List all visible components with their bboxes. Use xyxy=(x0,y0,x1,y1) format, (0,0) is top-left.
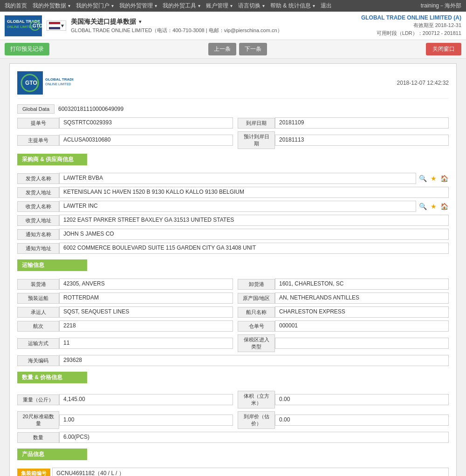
arrival-price-label: 到岸价（估价） xyxy=(238,411,275,429)
notify-name-value: JOHN S JAMES CO xyxy=(59,229,449,240)
weight-label: 重量（公斤） xyxy=(17,394,59,405)
global-data-value: 600320181110000649099 xyxy=(55,104,127,114)
bill-no-label: 提单号 xyxy=(17,118,59,129)
voyage-value: 2218 xyxy=(59,320,233,332)
product-section: 产品信息 集装箱编号 GCNU4691182（40 / L / ） 集装箱尺寸 … xyxy=(17,449,449,476)
bill-no-row: 提单号 SQSTRTC0029393 到岸日期 20181109 xyxy=(17,117,449,129)
notify-name-label: 通知方名称 xyxy=(17,229,59,240)
weight-value: 4,145.00 xyxy=(59,394,233,405)
origin-country-value: AN, NETHERLANDS ANTILLES xyxy=(275,292,449,304)
volume-value: 0.00 xyxy=(275,394,449,405)
carrier-label: 承运人 xyxy=(17,307,59,318)
header-right: GLOBAL TRADE ONLINE LIMITED (A) 有效期至 201… xyxy=(361,14,461,37)
loading-port-label: 装货港 xyxy=(17,279,59,290)
svg-text:ONLINE LIMITED: ONLINE LIMITED xyxy=(7,25,33,28)
shipper-name-row: 发货人名称 LAWTER BVBA 🔍 ★ 🏠 xyxy=(17,173,449,184)
buyer-supplier-section: 采购商 & 供应商信息 发货人名称 LAWTER BVBA 🔍 ★ 🏠 发货人地… xyxy=(17,154,449,254)
pre-carrier-label: 预装运船 xyxy=(17,293,59,304)
shipper-addr-value: KETENISLAAN 1C HAVEN 1520 B 9130 KALLO K… xyxy=(59,187,449,198)
container-id-label: 集装箱编号 xyxy=(17,469,50,476)
doc-header: GTO GLOBAL TRADE ONLINE LIMITED 2018-12-… xyxy=(17,71,449,99)
nav-trade-data[interactable]: 我的外贸数据 xyxy=(33,2,70,10)
svg-text:GLOBAL TRADE: GLOBAL TRADE xyxy=(45,77,73,82)
buyer-supplier-title: 采购商 & 供应商信息 xyxy=(17,154,87,165)
notify-addr-label: 通知方地址 xyxy=(17,243,59,254)
customs-code-value: 293628 xyxy=(59,355,449,366)
consignee-search-icon[interactable]: 🔍 xyxy=(418,202,427,211)
consignee-home-icon[interactable]: 🏠 xyxy=(439,202,449,211)
container-no-label: 仓单号 xyxy=(238,321,275,332)
close-button[interactable]: 关闭窗口 xyxy=(426,43,461,55)
top-nav: 我的首页 我的外贸数据 我的外贸门户 我的外贸管理 我的外贸工具 账户管理 语言… xyxy=(0,0,466,12)
container-20ft-value: 1.00 xyxy=(59,415,233,426)
carrier-row: 预装运船 ROTTERDAM 原产国/地区 AN, NETHERLANDS AN… xyxy=(17,292,449,304)
valid-until: 有效期至 2018-12-31 xyxy=(361,22,461,29)
flag-selector[interactable]: ▾ xyxy=(47,20,66,31)
doc-logo: GTO GLOBAL TRADE ONLINE LIMITED xyxy=(17,71,73,95)
bonded-value xyxy=(275,338,449,349)
nav-home[interactable]: 我的首页 xyxy=(5,2,27,10)
arrival-price-value: 0.00 xyxy=(275,415,449,426)
nav-account[interactable]: 账户管理 xyxy=(206,2,233,10)
document-card: GTO GLOBAL TRADE ONLINE LIMITED 2018-12-… xyxy=(9,63,457,476)
master-bill-row: 主提单号 ACLUSA00310680 预计到岸日期 20181113 xyxy=(17,131,449,149)
master-bill-value: ACLUSA00310680 xyxy=(59,135,233,146)
logo-box: GLOBAL TRADE ONLINE LIMITED GTO xyxy=(5,15,42,36)
product-title: 产品信息 xyxy=(17,449,87,460)
nav-logout[interactable]: 退出 xyxy=(321,2,332,10)
shipper-addr-row: 发货人地址 KETENISLAAN 1C HAVEN 1520 B 9130 K… xyxy=(17,187,449,198)
est-arrival-label: 预计到岸日期 xyxy=(238,131,275,149)
nav-language[interactable]: 语言切换 xyxy=(238,2,265,10)
search-icon[interactable]: 🔍 xyxy=(418,174,427,183)
svg-text:GTO: GTO xyxy=(25,80,37,86)
doc-datetime: 2018-12-07 12:42:32 xyxy=(397,80,449,86)
carrier-value: SQST, SEAQUEST LINES xyxy=(59,306,233,318)
transport-mode-label: 运输方式 xyxy=(17,338,59,349)
notify-addr-value: 6002 COMMERCE BOULEVARD SUITE 115 GARDEN… xyxy=(59,243,449,254)
next-button[interactable]: 下一条 xyxy=(239,43,267,55)
transport-mode-row: 运输方式 11 保税区进入类型 xyxy=(17,334,449,352)
main-content: GTO GLOBAL TRADE ONLINE LIMITED 2018-12-… xyxy=(0,59,466,476)
port-row: 装货港 42305, ANVERS 卸货港 1601, CHARLESTON, … xyxy=(17,279,449,290)
weight-volume-row: 重量（公斤） 4,145.00 体积（立方米） 0.00 xyxy=(17,391,449,408)
container-no-value: 000001 xyxy=(275,320,449,332)
company-name: GLOBAL TRADE ONLINE LIMITED (A) xyxy=(361,14,461,21)
vessel-row: 承运人 SQST, SEAQUEST LINES 船只名称 CHARLESTON… xyxy=(17,306,449,318)
print-log-button[interactable]: 打印预见记录 xyxy=(5,43,49,55)
discharge-port-value: 1601, CHARLESTON, SC xyxy=(275,279,449,290)
shipper-name-icons: 🔍 ★ 🏠 xyxy=(418,174,449,183)
vessel-value: CHARLESTON EXPRESS xyxy=(275,306,449,318)
pre-carrier-value: ROTTERDAM xyxy=(59,292,233,304)
page-title: 美国海关进口提单数据 ▾ xyxy=(71,18,282,26)
star-icon[interactable]: ★ xyxy=(429,174,438,183)
nav-tools[interactable]: 我的外贸工具 xyxy=(163,2,200,10)
customs-row: 海关编码 293628 xyxy=(17,355,449,366)
discharge-port-label: 卸货港 xyxy=(238,279,275,290)
top-toolbar: 打印预见记录 上一条 下一条 关闭窗口 xyxy=(0,40,466,59)
shipper-name-label: 发货人名称 xyxy=(17,173,59,184)
consignee-addr-row: 收货人地址 1202 EAST PARKER STREET BAXLEY GA … xyxy=(17,215,449,226)
consignee-addr-value: 1202 EAST PARKER STREET BAXLEY GA 31513 … xyxy=(59,215,449,226)
prev-button[interactable]: 上一条 xyxy=(208,43,236,55)
flag-icon xyxy=(49,22,60,29)
consignee-name-row: 收货人名称 LAWTER INC 🔍 ★ 🏠 xyxy=(17,201,449,212)
shipper-name-value: LAWTER BVBA xyxy=(59,173,416,184)
volume-label: 体积（立方米） xyxy=(238,391,275,408)
nav-help[interactable]: 帮助 & 统计信息 xyxy=(270,2,315,10)
notify-addr-row: 通知方地址 6002 COMMERCE BOULEVARD SUITE 115 … xyxy=(17,243,449,254)
consignee-name-label: 收货人名称 xyxy=(17,201,59,212)
svg-text:GTO: GTO xyxy=(33,23,42,28)
quantity-value: 6.00(PCS) xyxy=(59,432,449,443)
est-arrival-value: 20181113 xyxy=(275,135,449,146)
consignee-star-icon[interactable]: ★ xyxy=(429,202,438,211)
home-icon[interactable]: 🏠 xyxy=(439,174,449,183)
quantity-price-title: 数量 & 价格信息 xyxy=(17,372,87,383)
top-nav-user: training－海外部 xyxy=(421,2,461,10)
container-20ft-label: 20尺标准箱数量 xyxy=(17,411,59,429)
header-info: 美国海关进口提单数据 ▾ GLOBAL TRADE ONLINE LIMITED… xyxy=(71,18,282,34)
nav-portal[interactable]: 我的外贸门户 xyxy=(76,2,114,10)
shipper-addr-label: 发货人地址 xyxy=(17,187,59,198)
svg-text:ONLINE LIMITED: ONLINE LIMITED xyxy=(45,82,71,86)
nav-management[interactable]: 我的外贸管理 xyxy=(119,2,157,10)
transport-mode-value: 11 xyxy=(59,338,233,349)
